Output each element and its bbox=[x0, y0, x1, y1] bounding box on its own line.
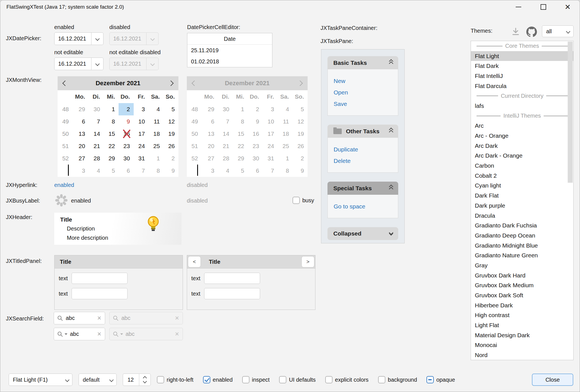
datepicker-dropdown-button[interactable] bbox=[91, 58, 103, 70]
calendar-day[interactable]: 18 bbox=[148, 128, 163, 140]
taskpane-header[interactable]: Collapsed bbox=[327, 227, 398, 240]
taskpane-header[interactable]: Other Tasks bbox=[327, 125, 398, 138]
calendar-day[interactable]: 30 bbox=[89, 103, 103, 115]
theme-item[interactable]: Flat Light bbox=[471, 51, 573, 61]
calendar-day[interactable]: 15 bbox=[104, 128, 119, 140]
calendar-day[interactable]: 13 bbox=[74, 128, 89, 140]
taskpane-header[interactable]: Special Tasks bbox=[327, 182, 398, 195]
theme-item[interactable]: High contrast bbox=[471, 310, 573, 320]
calendar-day[interactable]: 31 bbox=[134, 152, 148, 165]
calendar-day[interactable]: 27 bbox=[74, 152, 89, 165]
font-combo[interactable]: default bbox=[79, 374, 117, 386]
table-row[interactable]: 25.11.2019 bbox=[187, 45, 272, 56]
themes-filter-combo[interactable]: all bbox=[542, 25, 574, 37]
calendar-day[interactable]: 21 bbox=[89, 140, 103, 152]
calendar-day[interactable]: 9 bbox=[164, 165, 178, 177]
calendar-day[interactable]: 5 bbox=[104, 165, 119, 177]
calendar-day[interactable]: 25 bbox=[148, 140, 163, 152]
taskpane-link[interactable]: Delete bbox=[328, 155, 398, 167]
calendar-day[interactable]: 30 bbox=[119, 152, 133, 165]
calendar-day[interactable]: 20 bbox=[74, 140, 89, 152]
checkbox-inspect[interactable]: inspect bbox=[242, 376, 270, 383]
themes-list[interactable]: Core ThemesFlat LightFlat DarkFlat Intel… bbox=[471, 41, 574, 360]
calendar-day[interactable]: 3 bbox=[134, 103, 148, 115]
checkbox-right-to-left[interactable]: right-to-left bbox=[157, 376, 194, 383]
calendar-day[interactable]: 23 bbox=[119, 140, 133, 152]
panel-next-button[interactable]: > bbox=[302, 256, 314, 267]
calendar-day[interactable]: 9 bbox=[119, 115, 133, 128]
theme-item[interactable]: Monocai bbox=[471, 340, 573, 350]
calendar-day[interactable]: 7 bbox=[89, 115, 103, 128]
calendar-day[interactable]: 8 bbox=[104, 115, 119, 128]
calendar-day[interactable]: 26 bbox=[164, 140, 178, 152]
theme-item[interactable]: Gruvbox Dark Medium bbox=[471, 281, 573, 291]
next-month-button[interactable] bbox=[164, 76, 178, 90]
calendar-day[interactable]: 11 bbox=[148, 115, 163, 128]
theme-item[interactable]: Arc - Orange bbox=[471, 131, 573, 141]
calendar-day[interactable]: 14 bbox=[89, 128, 103, 140]
calendar-day[interactable]: 17 bbox=[134, 128, 148, 140]
theme-item[interactable]: Material Design Dark bbox=[471, 330, 573, 340]
calendar-day[interactable]: 1 bbox=[148, 152, 163, 165]
checkbox-opaque[interactable]: opaque bbox=[426, 376, 455, 383]
calendar-day[interactable]: 19 bbox=[164, 128, 178, 140]
hyperlink-enabled[interactable]: enabled bbox=[54, 182, 74, 188]
calendar-day[interactable]: 8 bbox=[148, 165, 163, 177]
panel-prev-button[interactable]: < bbox=[188, 256, 201, 267]
calendar-day[interactable]: 3 bbox=[74, 165, 89, 177]
theme-item[interactable]: lafs bbox=[471, 101, 573, 111]
maximize-button[interactable] bbox=[534, 0, 553, 14]
theme-item[interactable]: Dark Flat bbox=[471, 191, 573, 201]
calendar-day[interactable]: 29 bbox=[74, 103, 89, 115]
spinner-buttons[interactable] bbox=[139, 374, 150, 386]
text-input[interactable] bbox=[72, 288, 128, 299]
calendar-day[interactable]: 2 bbox=[164, 152, 178, 165]
theme-item[interactable]: Gradianto Midnight Blue bbox=[471, 241, 573, 251]
theme-item[interactable]: Arc Dark - Orange bbox=[471, 151, 573, 161]
theme-item[interactable]: Flat IntelliJ bbox=[471, 71, 573, 81]
calendar-day[interactable]: 2 bbox=[119, 103, 133, 115]
clear-icon[interactable]: ✕ bbox=[97, 331, 102, 337]
laf-combo[interactable]: Flat Light (F1) bbox=[9, 374, 72, 386]
text-input[interactable] bbox=[72, 273, 128, 284]
datepicker-not-editable[interactable]: 16.12.2021 bbox=[54, 58, 103, 70]
download-icon[interactable] bbox=[511, 27, 520, 37]
theme-item[interactable]: Gradianto Nature Green bbox=[471, 250, 573, 260]
theme-item[interactable]: Flat Darcula bbox=[471, 81, 573, 91]
search-field-enabled[interactable]: abc ✕ bbox=[54, 312, 105, 324]
close-button[interactable]: Close bbox=[532, 374, 573, 386]
text-input[interactable] bbox=[204, 288, 260, 299]
checkbox-busy[interactable]: busy bbox=[293, 197, 314, 204]
prev-month-button[interactable] bbox=[58, 76, 72, 90]
taskpane-link[interactable]: Go to space bbox=[328, 201, 398, 212]
calendar-day[interactable]: 4 bbox=[89, 165, 103, 177]
theme-item[interactable]: Arc bbox=[471, 121, 573, 131]
calendar-day[interactable]: 1 bbox=[104, 103, 119, 115]
datepicker-enabled[interactable]: 16.12.2021 bbox=[54, 32, 103, 45]
checkbox-UI-defaults[interactable]: UI defaults bbox=[279, 376, 316, 383]
minimize-button[interactable] bbox=[509, 0, 528, 14]
theme-item[interactable]: Dracula bbox=[471, 211, 573, 221]
theme-item[interactable]: Arc Dark bbox=[471, 141, 573, 151]
calendar-day[interactable]: 12 bbox=[164, 115, 178, 128]
clear-icon[interactable]: ✕ bbox=[97, 315, 102, 321]
checkbox-enabled[interactable]: enabled bbox=[203, 376, 233, 383]
calendar-day[interactable]: 6 bbox=[119, 165, 133, 177]
calendar-day[interactable]: 28 bbox=[89, 152, 103, 165]
theme-item[interactable]: Nord bbox=[471, 350, 573, 360]
theme-item[interactable]: Light Flat bbox=[471, 320, 573, 330]
theme-item[interactable]: Gruvbox Dark Hard bbox=[471, 270, 573, 281]
theme-item[interactable]: Gradianto Dark Fuchsia bbox=[471, 220, 573, 231]
text-input[interactable] bbox=[204, 273, 260, 284]
calendar-day[interactable]: 4 bbox=[148, 103, 163, 115]
taskpane-link[interactable]: New bbox=[328, 75, 398, 87]
theme-item[interactable]: Cyan light bbox=[471, 181, 573, 191]
datepicker-dropdown-button[interactable] bbox=[91, 33, 103, 45]
calendar-day[interactable]: 7 bbox=[134, 165, 148, 177]
taskpane-link[interactable]: Open bbox=[328, 87, 398, 98]
font-size-spinner[interactable]: 12 bbox=[123, 374, 151, 386]
calendar-day[interactable]: 6 bbox=[74, 115, 89, 128]
theme-item[interactable]: Cobalt 2 bbox=[471, 171, 573, 181]
close-window-button[interactable]: ✕ bbox=[558, 0, 577, 14]
table-row[interactable]: 01.02.2018 bbox=[187, 56, 272, 67]
